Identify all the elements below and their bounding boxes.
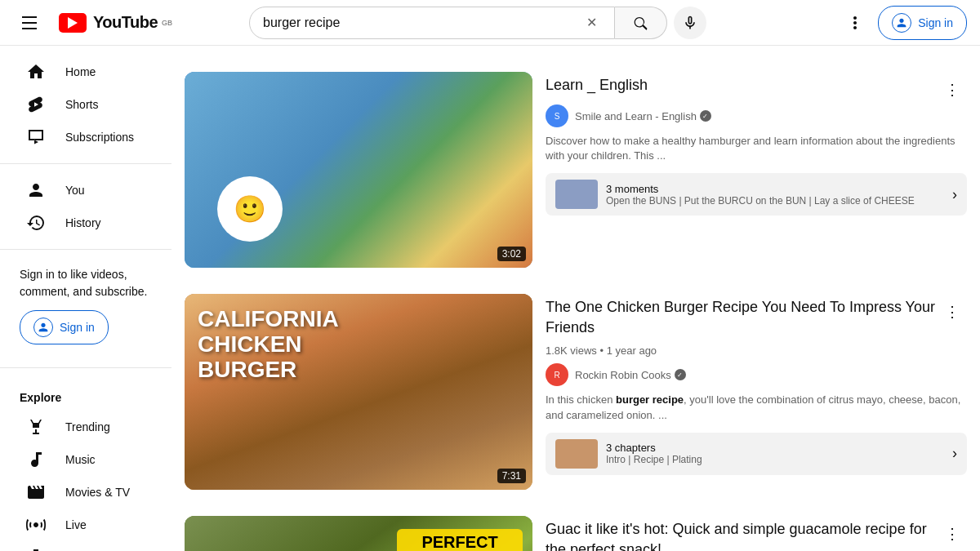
chapters-label-1: 3 moments [606,183,915,195]
sidebar-item-home[interactable]: Home [7,56,165,88]
sidebar-item-label: Subscriptions [65,131,134,144]
sidebar-person-icon [33,318,53,337]
voice-search-button[interactable] [674,7,706,39]
sidebar-item-movies-tv[interactable]: Movies & TV [7,476,165,509]
channel-name-text-2: Rockin Robin Cooks [575,369,671,381]
chapter-thumb-2 [555,439,598,469]
you-icon [26,180,46,200]
chapters-chevron-2: › [952,445,957,462]
video-info-header-1: Learn _ English ⋮ [546,75,967,104]
chapters-row-2[interactable]: 3 chapters Intro | Recipe | Plating › [546,433,967,475]
video-info-header-3: Guac it like it's hot: Quick and simple … [546,519,967,551]
video-thumbnail-2[interactable]: CALIFORNIACHICKENBURGER 7:31 [185,294,532,490]
sidebar-item-shorts[interactable]: Shorts [7,88,165,121]
sign-in-prompt: Sign in to like videos, comment, and sub… [20,266,152,300]
sidebar-item-label: Live [65,518,87,531]
sidebar-item-music[interactable]: Music [7,443,165,476]
sidebar-item-subscriptions[interactable]: Subscriptions [7,121,165,153]
history-icon [26,213,46,233]
view-count-2: 1.8K views [546,344,597,357]
youtube-logo[interactable]: YouTubeGB [59,13,172,33]
channel-row-1: S Smile and Learn - English ✓ [546,104,967,127]
channel-name-1[interactable]: Smile and Learn - English ✓ [575,110,711,122]
channel-name-text-1: Smile and Learn - English [575,110,697,122]
video-meta-2: 1.8K views • 1 year ago [546,344,967,357]
sidebar-item-history[interactable]: History [7,207,165,239]
video-item: 🙂 3:02 Learn _ English ⋮ S Smile and Lea… [185,59,967,281]
sidebar-item-label: Trending [65,420,110,433]
sidebar-person-svg [37,321,50,334]
more-options-button[interactable] [839,7,871,39]
more-icon [845,13,865,33]
channel-row-2: R Rockin Robin Cooks ✓ [546,363,967,386]
movies-tv-icon [26,482,46,502]
sidebar-item-label: Movies & TV [65,486,130,499]
music-icon [26,450,46,469]
youtube-logo-text: YouTube [93,13,158,32]
video-thumbnail-1[interactable]: 🙂 3:02 [185,72,532,268]
sidebar-item-you[interactable]: You [7,174,165,207]
video-title-wrap-3: Guac it like it's hot: Quick and simple … [546,519,938,551]
search-input[interactable] [263,16,581,30]
chapters-row-1[interactable]: 3 moments Open the BUNS | Put the BURCU … [546,173,967,216]
video-menu-button-2[interactable]: ⋮ [938,297,967,327]
main-content: 🙂 3:02 Learn _ English ⋮ S Smile and Lea… [172,46,980,551]
sidebar-item-label: Music [65,453,96,466]
video-title-3[interactable]: Guac it like it's hot: Quick and simple … [546,519,938,551]
search-clear-button[interactable]: ✕ [581,13,601,33]
sidebar-item-trending[interactable]: Trending [7,411,165,443]
sidebar-item-label: You [65,184,85,197]
video-title-2[interactable]: The One Chicken Burger Recipe You Need T… [546,297,938,338]
chapter-thumb-1 [555,180,598,209]
sidebar-divider-2 [0,249,172,250]
video-title-wrap-2: The One Chicken Burger Recipe You Need T… [546,297,938,344]
video-info-2: The One Chicken Burger Recipe You Need T… [546,294,967,490]
chapters-info-2: 3 chapters Intro | Recipe | Plating [606,442,702,465]
gaming-icon [26,548,46,551]
sidebar-item-label: Shorts [65,98,98,111]
channel-avatar-1: S [546,104,568,127]
video-title-wrap-1: Learn _ English [546,75,938,102]
channel-avatar-2: R [546,363,568,386]
search-button[interactable] [615,7,667,39]
video-info-3: Guac it like it's hot: Quick and simple … [546,516,967,551]
video-thumbnail-3[interactable]: PERFECTGUACAMOLE! [185,516,532,551]
sign-in-section: Sign in to like videos, comment, and sub… [0,260,172,358]
chapters-label-2: 3 chapters [606,442,702,454]
desc-highlight-2: burger recipe [616,393,684,406]
shorts-icon [26,95,46,114]
live-icon [26,515,46,535]
mic-icon [682,15,698,31]
trending-icon [26,417,46,437]
search-input-wrap: ✕ [249,7,615,39]
sidebar-item-label: History [65,216,101,229]
chapters-left-2: 3 chapters Intro | Recipe | Plating [555,439,702,469]
chapters-chevron-1: › [952,186,957,203]
video-info-header-2: The One Chicken Burger Recipe You Need T… [546,297,967,344]
video-menu-button-1[interactable]: ⋮ [938,75,967,104]
video-description-2: In this chicken burger recipe, you'll lo… [546,393,967,422]
verified-icon-1: ✓ [700,110,711,122]
verified-icon-2: ✓ [675,369,686,380]
video-item-2: CALIFORNIACHICKENBURGER 7:31 The One Chi… [185,281,967,503]
search-icon [633,15,649,31]
channel-name-2[interactable]: Rockin Robin Cooks ✓ [575,369,686,381]
header-left: YouTubeGB [13,7,176,39]
sidebar-sign-in-button[interactable]: Sign in [20,310,109,344]
menu-button[interactable] [13,7,46,39]
person-icon [895,16,908,29]
youtube-country-badge: GB [162,19,172,27]
video-description-1: Discover how to make a healthy hamburger… [546,134,967,163]
chapters-detail-1: Open the BUNS | Put the BURCU on the BUN… [606,195,915,207]
subscriptions-icon [26,127,46,147]
sidebar: Home Shorts Subscriptions You History Si… [0,46,172,551]
video-title-1[interactable]: Learn _ English [546,75,938,96]
video-menu-button-3[interactable]: ⋮ [938,519,967,549]
video-item-3: PERFECTGUACAMOLE! Guac it like it's hot:… [185,503,967,551]
sidebar-item-live[interactable]: Live [7,509,165,541]
home-icon [26,62,46,82]
video-duration-2: 7:31 [497,469,526,483]
video-info-1: Learn _ English ⋮ S Smile and Learn - En… [546,72,967,268]
sidebar-item-gaming[interactable]: Gaming [7,541,165,551]
sign-in-button[interactable]: Sign in [878,6,967,40]
